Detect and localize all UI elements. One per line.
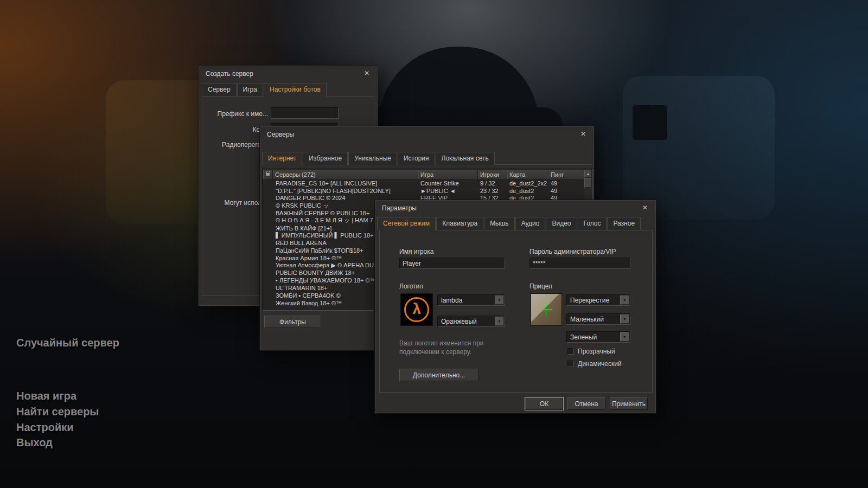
tab-bot-settings[interactable]: Настройки ботов — [264, 83, 327, 97]
chevron-down-icon[interactable]: ▼ — [620, 314, 629, 324]
scroll-up-icon[interactable]: ▲ — [584, 170, 592, 177]
tab-lan[interactable]: Локальная сеть — [436, 152, 495, 165]
menu-item-random-server[interactable]: Случайный сервер — [16, 337, 119, 349]
menu-item-settings[interactable]: Настройки — [16, 421, 74, 434]
bot-prefix-input[interactable] — [271, 107, 339, 119]
crosshair-color-select[interactable]: Зеленый ▼ — [566, 331, 630, 343]
crosshair-type-value: Перекрестие — [567, 297, 620, 304]
tab-unique[interactable]: Уникальные — [348, 152, 397, 165]
close-icon[interactable]: ✕ — [641, 204, 649, 211]
logo-note: Ваш логотип изменится при подключении к … — [399, 339, 510, 356]
server-game: Counter-Strike — [418, 180, 478, 187]
bot-prefix-label: Префикс к име... — [203, 110, 268, 118]
tab-video[interactable]: Видео — [546, 217, 577, 230]
lambda-glyph: λ — [412, 301, 421, 317]
bot-commands-label: Кома — [203, 126, 268, 133]
server-players: 9 / 32 — [478, 180, 507, 187]
lambda-logo-preview: λ — [400, 293, 433, 326]
bot-can-use-label: Могут использ — [203, 199, 268, 207]
server-ping: 49 — [548, 188, 584, 194]
options-title: Параметры — [382, 204, 417, 212]
tab-game[interactable]: Игра — [237, 83, 263, 96]
server-name: "D.P.L." [PUBLIC|NO FLASH|DUST2ONLY] — [273, 188, 418, 194]
create-server-tabs: Сервер Игра Настройки ботов — [202, 84, 327, 96]
background-logo-shape-right — [623, 76, 775, 220]
tab-keyboard[interactable]: Клавиатура — [436, 217, 483, 230]
logo-type-value: lambda — [438, 297, 494, 304]
server-players: 23 / 32 — [478, 188, 507, 194]
server-name: PARADISE_CS 18+ [ALL INCLUSIVE] — [273, 180, 418, 187]
crosshair-transparent-checkbox[interactable]: Прозрачный — [567, 348, 615, 355]
crosshair-horizontal-line — [540, 309, 552, 310]
ok-button[interactable]: ОК — [525, 397, 563, 410]
crosshair-dynamic-label: Динамический — [578, 360, 622, 368]
create-server-title: Создать сервер — [206, 70, 253, 78]
chevron-down-icon[interactable]: ▼ — [495, 296, 504, 305]
filters-button[interactable]: Фильтры — [264, 316, 321, 328]
crosshair-preview — [531, 293, 562, 326]
tab-favorites[interactable]: Избранное — [303, 152, 348, 165]
logo-label: Логотип — [399, 282, 423, 290]
ping-column-header[interactable]: Пинг — [548, 170, 584, 179]
logo-color-value: Оранжевый — [438, 318, 494, 325]
crosshair-type-select[interactable]: Перекрестие ▼ — [566, 294, 630, 306]
server-row[interactable]: "D.P.L." [PUBLIC|NO FLASH|DUST2ONLY] ►PU… — [263, 187, 584, 195]
tab-mouse[interactable]: Мышь — [484, 217, 515, 230]
tab-server[interactable]: Сервер — [202, 83, 237, 96]
checkbox-box — [567, 361, 574, 367]
tab-network-mode[interactable]: Сетевой режим — [377, 217, 436, 230]
options-tabs: Сетевой режим Клавиатура Мышь Аудио Виде… — [377, 217, 641, 230]
desktop: Случайный сервер Новая игра Найти сервер… — [0, 0, 868, 488]
crosshair-transparent-label: Прозрачный — [578, 348, 615, 355]
crosshair-dynamic-checkbox[interactable]: Динамический — [567, 360, 622, 368]
admin-password-input[interactable] — [529, 258, 630, 269]
server-game: ►PUBLIC ◄ — [418, 188, 478, 194]
options-window[interactable]: Параметры ✕ Сетевой режим Клавиатура Мыш… — [374, 200, 656, 414]
logo-type-select[interactable]: lambda ▼ — [437, 294, 505, 306]
tab-audio[interactable]: Аудио — [515, 217, 546, 230]
crosshair-size-select[interactable]: Маленький ▼ — [566, 313, 630, 325]
admin-password-label: Пароль администратора/VIP — [529, 248, 616, 255]
menu-item-find-servers[interactable]: Найти серверы — [16, 406, 99, 418]
game-column-header[interactable]: Игра — [418, 170, 478, 179]
players-column-header[interactable]: Игроки — [478, 170, 507, 179]
close-icon[interactable]: ✕ — [362, 69, 371, 77]
server-row[interactable]: PARADISE_CS 18+ [ALL INCLUSIVE] Counter-… — [263, 179, 584, 187]
chevron-down-icon[interactable]: ▼ — [620, 332, 629, 342]
player-name-label: Имя игрока — [399, 248, 433, 255]
logo-advanced-button[interactable]: Дополнительно... — [399, 369, 478, 381]
player-name-input[interactable] — [399, 258, 505, 269]
crosshair-color-value: Зеленый — [567, 333, 620, 341]
cancel-button[interactable]: Отмена — [567, 397, 605, 410]
close-icon[interactable]: ✕ — [579, 130, 588, 138]
logo-color-select[interactable]: Оранжевый ▼ — [437, 316, 505, 327]
lock-icon — [266, 173, 270, 176]
map-column-header[interactable]: Карта — [507, 170, 548, 179]
servers-column-header[interactable]: Серверы (272) — [273, 170, 418, 179]
servers-title: Серверы — [267, 131, 294, 138]
menu-item-new-game[interactable]: Новая игра — [16, 390, 76, 402]
background-square — [633, 105, 667, 140]
servers-tabs: Интернет Избранное Уникальные История Ло… — [262, 152, 495, 165]
lambda-icon: λ — [404, 297, 429, 322]
bot-radio-label: Радиоперегово — [203, 141, 268, 149]
crosshair-size-value: Маленький — [567, 316, 620, 323]
apply-button[interactable]: Применить — [610, 397, 648, 410]
tab-history[interactable]: История — [398, 152, 435, 165]
menu-item-exit[interactable]: Выход — [16, 436, 53, 449]
ct-soldier-silhouette — [379, 47, 539, 128]
chevron-down-icon[interactable]: ▼ — [495, 317, 504, 326]
tab-voice[interactable]: Голос — [578, 217, 607, 230]
server-map: de_dust2_2x2 — [507, 180, 548, 187]
tab-misc[interactable]: Разное — [607, 217, 641, 230]
server-ping: 49 — [548, 180, 584, 187]
server-list-header: Серверы (272) Игра Игроки Карта Пинг — [263, 170, 584, 179]
tab-internet[interactable]: Интернет — [262, 152, 302, 165]
lock-column-header[interactable] — [263, 170, 273, 179]
crosshair-vertical-line — [546, 303, 546, 316]
server-map: de_dust2 — [507, 188, 548, 194]
scroll-thumb[interactable] — [584, 178, 592, 188]
checkbox-box — [567, 348, 574, 355]
chevron-down-icon[interactable]: ▼ — [620, 296, 629, 305]
crosshair-label: Прицел — [529, 282, 552, 290]
